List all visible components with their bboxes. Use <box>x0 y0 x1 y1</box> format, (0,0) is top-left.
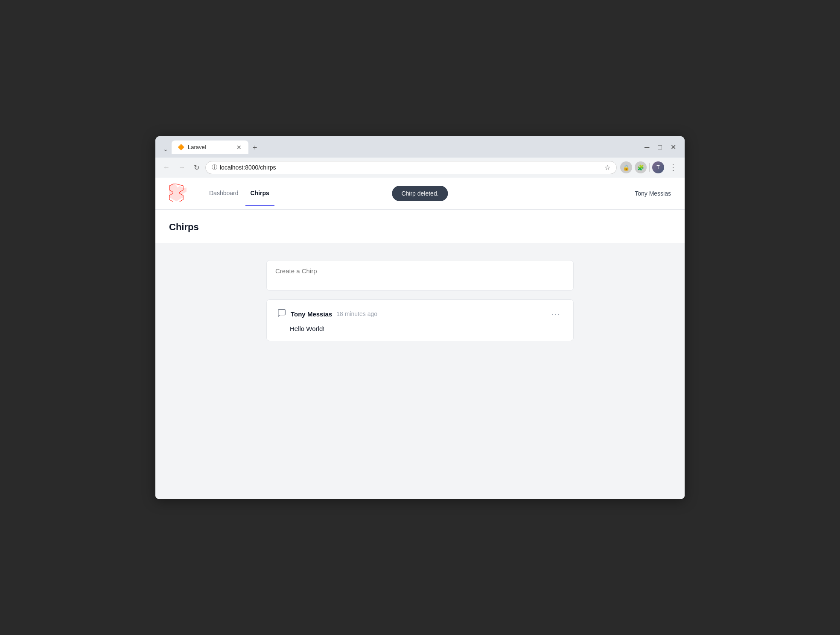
window-controls: ─ □ ✕ <box>641 141 680 153</box>
toolbar-divider <box>649 163 650 172</box>
create-chirp-box <box>266 260 574 291</box>
tab-dropdown[interactable]: ⌄ <box>160 144 171 154</box>
forward-button[interactable]: → <box>176 162 188 173</box>
restore-button[interactable]: □ <box>654 141 665 153</box>
browser-window: ⌄ 🔶 Laravel ✕ + ─ □ ✕ ← → ↻ ⓘ localhost:… <box>155 136 685 499</box>
app-content: Dashboard Chirps Tony Messias Chirp dele… <box>155 178 685 499</box>
app-nav: Dashboard Chirps Tony Messias Chirp dele… <box>155 178 685 210</box>
app-logo <box>169 178 187 209</box>
page-body: Tony Messias 18 minutes ago ··· Hello Wo… <box>155 243 685 499</box>
security-icon: ⓘ <box>212 164 217 171</box>
nav-links: Dashboard Chirps <box>204 181 274 206</box>
chirp-body: Hello World! <box>277 325 563 332</box>
toolbar-extras: 🔒 🧩 T ⋮ <box>620 161 680 173</box>
page-header: Chirps <box>155 210 685 243</box>
browser-titlebar: ⌄ 🔶 Laravel ✕ + ─ □ ✕ <box>155 136 685 158</box>
page-title: Chirps <box>169 222 671 233</box>
url-text: localhost:8000/chirps <box>220 164 602 171</box>
refresh-button[interactable]: ↻ <box>191 162 202 173</box>
tab-bar: ⌄ 🔶 Laravel ✕ + <box>160 140 261 154</box>
minimize-button[interactable]: ─ <box>641 141 653 153</box>
bookmark-icon[interactable]: ☆ <box>604 164 610 172</box>
address-bar[interactable]: ⓘ localhost:8000/chirps ☆ <box>205 161 617 174</box>
back-button[interactable]: ← <box>160 162 172 173</box>
chirp-bubble-icon <box>277 308 286 320</box>
tab-title: Laravel <box>188 144 232 150</box>
nav-link-chirps[interactable]: Chirps <box>245 181 274 206</box>
extension-icon-1[interactable]: 🔒 <box>620 161 632 173</box>
close-button[interactable]: ✕ <box>667 141 680 153</box>
chirp-card: Tony Messias 18 minutes ago ··· Hello Wo… <box>266 299 574 341</box>
content-container: Tony Messias 18 minutes ago ··· Hello Wo… <box>258 260 582 341</box>
browser-toolbar: ← → ↻ ⓘ localhost:8000/chirps ☆ 🔒 🧩 T ⋮ <box>155 158 685 178</box>
tab-close-button[interactable]: ✕ <box>236 144 242 151</box>
new-tab-button[interactable]: + <box>249 142 261 154</box>
nav-link-dashboard[interactable]: Dashboard <box>204 181 244 206</box>
chirp-author-info: Tony Messias 18 minutes ago <box>277 308 377 320</box>
browser-tab-active[interactable]: 🔶 Laravel ✕ <box>172 140 248 154</box>
chirp-menu-button[interactable]: ··· <box>549 309 563 319</box>
extension-icon-2[interactable]: 🧩 <box>635 161 647 173</box>
tab-favicon: 🔶 <box>178 144 184 151</box>
profile-avatar[interactable]: T <box>652 161 664 173</box>
chirp-header: Tony Messias 18 minutes ago ··· <box>277 308 563 320</box>
chirp-author-name: Tony Messias <box>291 310 332 318</box>
nav-user[interactable]: Tony Messias <box>635 190 671 197</box>
chirp-time: 18 minutes ago <box>336 310 377 317</box>
browser-menu-button[interactable]: ⋮ <box>667 162 680 173</box>
toast-notification: Chirp deleted. <box>392 186 448 201</box>
create-chirp-input[interactable] <box>275 267 565 282</box>
